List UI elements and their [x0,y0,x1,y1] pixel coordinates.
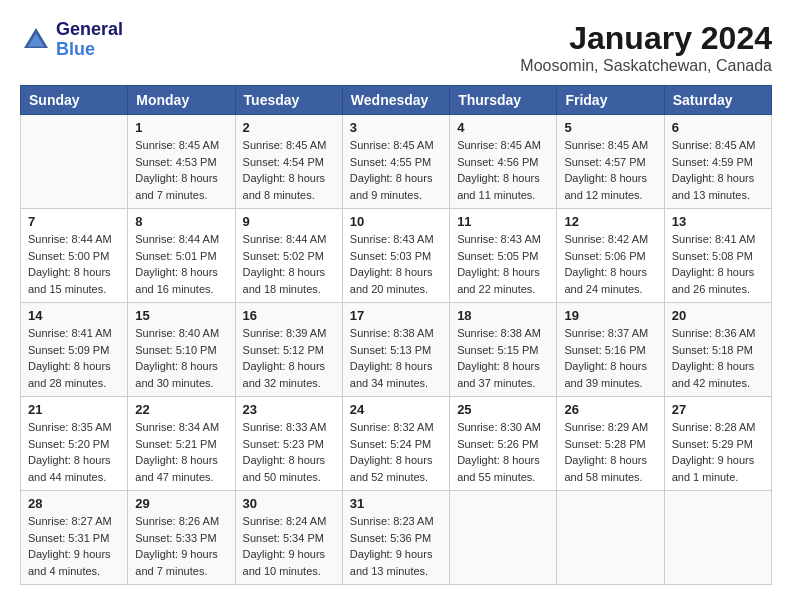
day-info: Sunrise: 8:38 AMSunset: 5:13 PMDaylight:… [350,325,442,391]
calendar-cell: 11Sunrise: 8:43 AMSunset: 5:05 PMDayligh… [450,209,557,303]
calendar-cell: 28Sunrise: 8:27 AMSunset: 5:31 PMDayligh… [21,491,128,585]
day-number: 2 [243,120,335,135]
day-info: Sunrise: 8:40 AMSunset: 5:10 PMDaylight:… [135,325,227,391]
day-number: 11 [457,214,549,229]
day-info: Sunrise: 8:44 AMSunset: 5:02 PMDaylight:… [243,231,335,297]
column-header-wednesday: Wednesday [342,86,449,115]
calendar-cell: 5Sunrise: 8:45 AMSunset: 4:57 PMDaylight… [557,115,664,209]
day-number: 31 [350,496,442,511]
calendar-cell: 14Sunrise: 8:41 AMSunset: 5:09 PMDayligh… [21,303,128,397]
day-info: Sunrise: 8:35 AMSunset: 5:20 PMDaylight:… [28,419,120,485]
logo-general: General [56,20,123,40]
header: General Blue January 2024 Moosomin, Sask… [20,20,772,75]
calendar-cell [664,491,771,585]
column-header-saturday: Saturday [664,86,771,115]
day-info: Sunrise: 8:45 AMSunset: 4:57 PMDaylight:… [564,137,656,203]
calendar-cell [557,491,664,585]
logo-icon [20,24,52,56]
calendar-cell [21,115,128,209]
day-info: Sunrise: 8:44 AMSunset: 5:00 PMDaylight:… [28,231,120,297]
day-info: Sunrise: 8:37 AMSunset: 5:16 PMDaylight:… [564,325,656,391]
column-header-monday: Monday [128,86,235,115]
calendar-table: SundayMondayTuesdayWednesdayThursdayFrid… [20,85,772,585]
calendar-week-row: 7Sunrise: 8:44 AMSunset: 5:00 PMDaylight… [21,209,772,303]
day-info: Sunrise: 8:41 AMSunset: 5:09 PMDaylight:… [28,325,120,391]
day-info: Sunrise: 8:42 AMSunset: 5:06 PMDaylight:… [564,231,656,297]
day-number: 12 [564,214,656,229]
day-number: 22 [135,402,227,417]
logo-blue: Blue [56,40,123,60]
day-number: 13 [672,214,764,229]
day-number: 3 [350,120,442,135]
day-info: Sunrise: 8:39 AMSunset: 5:12 PMDaylight:… [243,325,335,391]
column-header-sunday: Sunday [21,86,128,115]
day-number: 26 [564,402,656,417]
day-info: Sunrise: 8:43 AMSunset: 5:05 PMDaylight:… [457,231,549,297]
calendar-cell: 8Sunrise: 8:44 AMSunset: 5:01 PMDaylight… [128,209,235,303]
calendar-header-row: SundayMondayTuesdayWednesdayThursdayFrid… [21,86,772,115]
day-number: 21 [28,402,120,417]
calendar-cell: 12Sunrise: 8:42 AMSunset: 5:06 PMDayligh… [557,209,664,303]
calendar-title: January 2024 [520,20,772,57]
calendar-cell: 26Sunrise: 8:29 AMSunset: 5:28 PMDayligh… [557,397,664,491]
day-number: 4 [457,120,549,135]
day-info: Sunrise: 8:27 AMSunset: 5:31 PMDaylight:… [28,513,120,579]
calendar-cell: 10Sunrise: 8:43 AMSunset: 5:03 PMDayligh… [342,209,449,303]
calendar-week-row: 21Sunrise: 8:35 AMSunset: 5:20 PMDayligh… [21,397,772,491]
day-number: 6 [672,120,764,135]
day-info: Sunrise: 8:34 AMSunset: 5:21 PMDaylight:… [135,419,227,485]
column-header-thursday: Thursday [450,86,557,115]
day-info: Sunrise: 8:29 AMSunset: 5:28 PMDaylight:… [564,419,656,485]
day-info: Sunrise: 8:43 AMSunset: 5:03 PMDaylight:… [350,231,442,297]
calendar-cell: 27Sunrise: 8:28 AMSunset: 5:29 PMDayligh… [664,397,771,491]
day-number: 27 [672,402,764,417]
day-info: Sunrise: 8:23 AMSunset: 5:36 PMDaylight:… [350,513,442,579]
day-info: Sunrise: 8:36 AMSunset: 5:18 PMDaylight:… [672,325,764,391]
title-area: January 2024 Moosomin, Saskatchewan, Can… [520,20,772,75]
column-header-tuesday: Tuesday [235,86,342,115]
day-info: Sunrise: 8:44 AMSunset: 5:01 PMDaylight:… [135,231,227,297]
logo-text: General Blue [56,20,123,60]
day-info: Sunrise: 8:45 AMSunset: 4:53 PMDaylight:… [135,137,227,203]
day-info: Sunrise: 8:41 AMSunset: 5:08 PMDaylight:… [672,231,764,297]
calendar-cell: 30Sunrise: 8:24 AMSunset: 5:34 PMDayligh… [235,491,342,585]
calendar-cell: 29Sunrise: 8:26 AMSunset: 5:33 PMDayligh… [128,491,235,585]
calendar-subtitle: Moosomin, Saskatchewan, Canada [520,57,772,75]
calendar-cell: 17Sunrise: 8:38 AMSunset: 5:13 PMDayligh… [342,303,449,397]
calendar-cell: 20Sunrise: 8:36 AMSunset: 5:18 PMDayligh… [664,303,771,397]
day-number: 29 [135,496,227,511]
day-number: 5 [564,120,656,135]
calendar-cell: 15Sunrise: 8:40 AMSunset: 5:10 PMDayligh… [128,303,235,397]
day-info: Sunrise: 8:45 AMSunset: 4:56 PMDaylight:… [457,137,549,203]
day-number: 28 [28,496,120,511]
calendar-cell: 1Sunrise: 8:45 AMSunset: 4:53 PMDaylight… [128,115,235,209]
day-info: Sunrise: 8:45 AMSunset: 4:55 PMDaylight:… [350,137,442,203]
day-info: Sunrise: 8:26 AMSunset: 5:33 PMDaylight:… [135,513,227,579]
day-number: 30 [243,496,335,511]
day-info: Sunrise: 8:32 AMSunset: 5:24 PMDaylight:… [350,419,442,485]
calendar-cell: 21Sunrise: 8:35 AMSunset: 5:20 PMDayligh… [21,397,128,491]
day-number: 1 [135,120,227,135]
day-number: 24 [350,402,442,417]
calendar-cell: 3Sunrise: 8:45 AMSunset: 4:55 PMDaylight… [342,115,449,209]
day-number: 16 [243,308,335,323]
day-number: 17 [350,308,442,323]
calendar-cell: 13Sunrise: 8:41 AMSunset: 5:08 PMDayligh… [664,209,771,303]
day-number: 7 [28,214,120,229]
calendar-cell: 9Sunrise: 8:44 AMSunset: 5:02 PMDaylight… [235,209,342,303]
day-info: Sunrise: 8:24 AMSunset: 5:34 PMDaylight:… [243,513,335,579]
day-info: Sunrise: 8:45 AMSunset: 4:59 PMDaylight:… [672,137,764,203]
calendar-cell: 31Sunrise: 8:23 AMSunset: 5:36 PMDayligh… [342,491,449,585]
calendar-cell: 2Sunrise: 8:45 AMSunset: 4:54 PMDaylight… [235,115,342,209]
calendar-cell [450,491,557,585]
calendar-cell: 4Sunrise: 8:45 AMSunset: 4:56 PMDaylight… [450,115,557,209]
calendar-cell: 23Sunrise: 8:33 AMSunset: 5:23 PMDayligh… [235,397,342,491]
day-info: Sunrise: 8:28 AMSunset: 5:29 PMDaylight:… [672,419,764,485]
calendar-week-row: 28Sunrise: 8:27 AMSunset: 5:31 PMDayligh… [21,491,772,585]
day-number: 20 [672,308,764,323]
logo: General Blue [20,20,123,60]
day-info: Sunrise: 8:33 AMSunset: 5:23 PMDaylight:… [243,419,335,485]
day-info: Sunrise: 8:30 AMSunset: 5:26 PMDaylight:… [457,419,549,485]
column-header-friday: Friday [557,86,664,115]
day-number: 18 [457,308,549,323]
